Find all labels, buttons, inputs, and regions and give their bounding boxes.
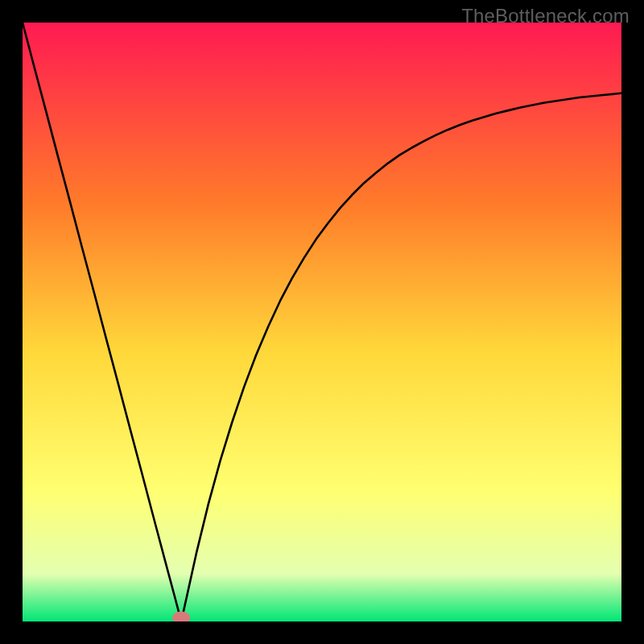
gradient-background [23,23,621,621]
watermark-text: TheBottleneck.com [461,5,630,27]
plot-area [23,23,621,621]
chart-svg [23,23,621,621]
chart-frame: TheBottleneck.com [0,0,644,644]
